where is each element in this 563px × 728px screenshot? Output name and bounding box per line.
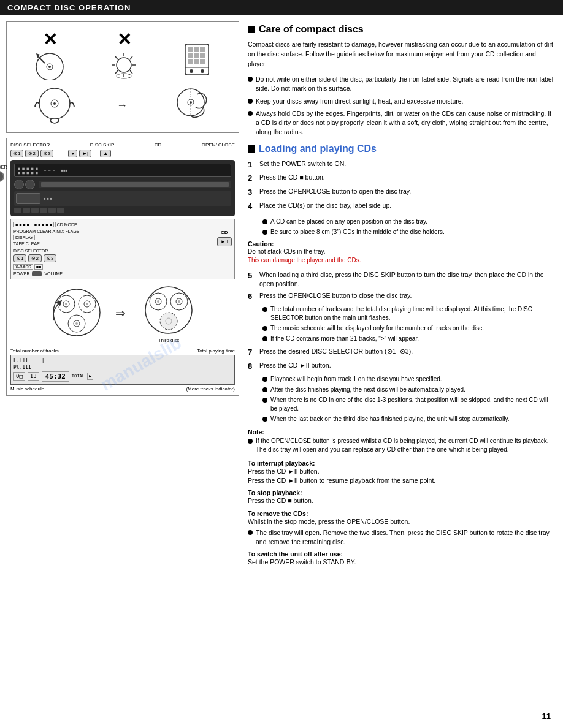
note-dot bbox=[248, 439, 253, 444]
step8-bullet-1: Playback will begin from track 1 on the … bbox=[262, 375, 554, 384]
step-4: 4 Place the CD(s) on the disc tray, labe… bbox=[248, 201, 554, 213]
disc-btn-2b[interactable]: ⊙2 bbox=[28, 254, 41, 262]
step6-bullet-3: If the CD contains more than 21 tracks, … bbox=[262, 335, 554, 343]
bullet-dot-3 bbox=[248, 111, 253, 116]
svg-rect-18 bbox=[200, 47, 205, 52]
power-label-1: POWER bbox=[0, 165, 7, 169]
hand-cleaning-icon bbox=[166, 85, 215, 125]
interrupt-text1: Press the CD ►II button. bbox=[248, 467, 554, 476]
step-1: 1 Set the POWER switch to ON. bbox=[248, 159, 554, 171]
step-4-bullets: A CD can be placed on any open position … bbox=[260, 218, 554, 237]
right-column: Care of compact discs Compact discs are … bbox=[245, 21, 557, 571]
svg-point-53 bbox=[178, 300, 180, 303]
remove-dot bbox=[248, 530, 253, 535]
tray-arrow-icon: ⇒ bbox=[115, 308, 131, 320]
disc-tray-diagram: ⇒ bbox=[10, 284, 235, 343]
svg-rect-20 bbox=[194, 53, 199, 58]
disc-skip-btn[interactable]: ● bbox=[68, 150, 77, 157]
disc-btn-1b[interactable]: ⊙1 bbox=[13, 254, 26, 262]
open-close-label: OPEN/ CLOSE bbox=[202, 142, 235, 148]
step8-bullet-2-text: After the disc finishes playing, the nex… bbox=[270, 385, 465, 394]
svg-rect-19 bbox=[188, 53, 193, 58]
care-bullet-3: Always hold CDs by the edges. Fingerprin… bbox=[248, 109, 554, 137]
switch-off-section: To switch the unit off after use: Set th… bbox=[248, 550, 554, 567]
remove-section: To remove the CDs: Whilst in the stop mo… bbox=[248, 510, 554, 547]
disc-btn-2[interactable]: ⊙2 bbox=[25, 150, 38, 157]
svg-rect-22 bbox=[188, 59, 193, 64]
svg-point-26 bbox=[190, 69, 193, 73]
step-1-text: Set the POWER switch to ON. bbox=[259, 159, 346, 171]
player-top-labels: DISC SELECTOR DISC SKIP CD OPEN/ CLOSE bbox=[10, 142, 235, 148]
total-tracks-label: Total number of tracks bbox=[10, 348, 59, 354]
step-6-text: Press the OPEN/CLOSE button to close the… bbox=[259, 291, 412, 303]
svg-rect-23 bbox=[194, 59, 199, 64]
step8-dot-2 bbox=[262, 387, 267, 392]
step6-bullet-1: The total number of tracks and the total… bbox=[262, 305, 554, 322]
switch-off-text: Set the POWER switch to STAND-BY. bbox=[248, 558, 554, 567]
svg-text:→: → bbox=[117, 99, 128, 112]
bullet-dot-2 bbox=[248, 99, 253, 104]
header-title: COMPACT DISC OPERATION bbox=[7, 3, 131, 12]
care-intro-text: Compact discs are fairly resistant to da… bbox=[248, 40, 554, 69]
step-8-bullets: Playback will begin from track 1 on the … bbox=[260, 375, 554, 423]
cd-label-top: CD bbox=[155, 142, 162, 148]
disc-writing-icon bbox=[31, 50, 68, 80]
step4-dot-2 bbox=[262, 230, 267, 235]
disc-btn-1[interactable]: ⊙1 bbox=[10, 150, 23, 157]
disc-btn-3b[interactable]: ⊙3 bbox=[44, 254, 56, 262]
step-8: 8 Press the CD ►II button. bbox=[248, 361, 554, 373]
step-5-num: 5 bbox=[248, 270, 256, 289]
disc-btn-3[interactable]: ⊙3 bbox=[40, 150, 53, 157]
step6-bullet-3-text: If the CD contains more than 21 tracks, … bbox=[270, 335, 419, 343]
loading-section-heading: Loading and playing CDs bbox=[248, 143, 554, 154]
note-box: Note: If the OPEN/CLOSE button is presse… bbox=[248, 428, 554, 455]
stop-section: To stop playback: Press the CD ■ button. bbox=[248, 489, 554, 506]
care-section-heading: Care of compact discs bbox=[248, 24, 554, 35]
note-content: If the OPEN/CLOSE button is pressed whil… bbox=[248, 437, 554, 455]
step-6-num: 6 bbox=[248, 291, 256, 303]
page-header: COMPACT DISC OPERATION bbox=[0, 0, 563, 15]
step6-bullet-2-text: The music schedule will be displayed onl… bbox=[270, 324, 484, 333]
step4-bullet-2: Be sure to place 8 cm (3") CDs in the mi… bbox=[262, 228, 554, 237]
svg-text:⇒: ⇒ bbox=[115, 308, 126, 320]
care-heading-title: Care of compact discs bbox=[259, 24, 364, 35]
main-unit-illustration: ■ ■ ■ ■ ■ ■ ■ ■ ■ ■ — — — ■■■ bbox=[10, 160, 235, 216]
svg-point-54 bbox=[160, 313, 177, 330]
step8-bullet-2: After the disc finishes playing, the nex… bbox=[262, 385, 554, 394]
step4-bullet-1: A CD can be placed on any open position … bbox=[262, 218, 554, 226]
remove-bullet-text: The disc tray will open. Remove the two … bbox=[256, 528, 554, 547]
step-5-text: When loading a third disc, press the DIS… bbox=[259, 270, 554, 289]
step8-dot-1 bbox=[262, 377, 267, 382]
page-number: 11 bbox=[542, 711, 551, 721]
secondary-unit-illustration: ■ ■ ■ ■ ■ ■ ■ ■ ■ CD MODE PROGRAMCLEARA.… bbox=[10, 219, 235, 279]
remove-bullet-row: The disc tray will open. Remove the two … bbox=[248, 528, 554, 547]
svg-line-10 bbox=[115, 56, 118, 59]
step-3-text: Press the OPEN/CLOSE button to open the … bbox=[259, 187, 411, 199]
remove-title: To remove the CDs: bbox=[248, 510, 554, 517]
right-arrow-icon: → bbox=[117, 99, 129, 112]
svg-point-45 bbox=[75, 322, 78, 325]
open-close-btn[interactable]: ▲ bbox=[100, 150, 111, 157]
step6-dot-3 bbox=[262, 336, 267, 341]
step-8-text: Press the CD ►II button. bbox=[259, 361, 331, 373]
stop-text: Press the CD ■ button. bbox=[248, 496, 554, 506]
step8-bullet-3-text: When there is no CD in one of the disc 1… bbox=[270, 396, 554, 413]
svg-rect-21 bbox=[200, 53, 205, 58]
illus-top-row: ✕ ✕ bbox=[12, 27, 234, 83]
play-btn-top[interactable]: ►| bbox=[79, 150, 91, 157]
step4-bullet-1-text: A CD can be placed on any open position … bbox=[270, 218, 427, 226]
step-5: 5 When loading a third disc, press the D… bbox=[248, 270, 554, 289]
caution-line-1: Do not stack CDs in the tray. bbox=[248, 248, 554, 257]
step-2: 2 Press the CD ■ button. bbox=[248, 173, 554, 184]
step4-bullet-2-text: Be sure to place 8 cm (3") CDs in the mi… bbox=[270, 228, 445, 237]
step-7-num: 7 bbox=[248, 347, 256, 358]
step-6-bullets: The total number of tracks and the total… bbox=[260, 305, 554, 343]
interrupt-section: To interrupt playback: Press the CD ►II … bbox=[248, 460, 554, 485]
step-3-num: 3 bbox=[248, 187, 256, 199]
step-4-num: 4 bbox=[248, 201, 256, 213]
caution-title: Caution: bbox=[248, 240, 554, 248]
illus-bottom-row: → bbox=[12, 83, 234, 127]
care-bullet-list: Do not write on either side of the disc,… bbox=[248, 75, 554, 137]
svg-line-11 bbox=[130, 70, 132, 74]
remote-play-btn[interactable]: ►II bbox=[217, 237, 232, 246]
